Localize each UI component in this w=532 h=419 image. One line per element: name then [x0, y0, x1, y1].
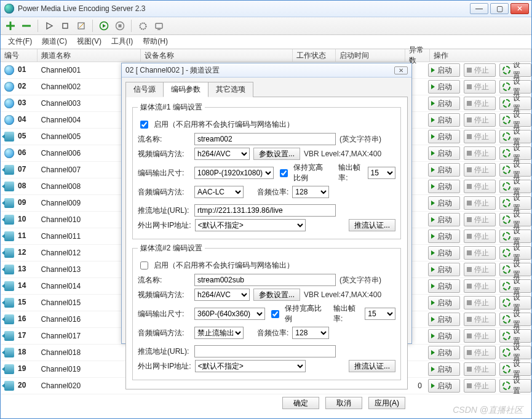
row-config-button[interactable]: 设置 — [499, 130, 531, 143]
stream1-acodec-select[interactable]: AAC-LC — [194, 186, 244, 198]
stream2-acodec-select[interactable]: 禁止流输出 — [194, 327, 244, 339]
row-start-button[interactable]: 启动 — [428, 180, 460, 193]
dialog-titlebar[interactable]: 02 [ Channel002 ] - 频道设置 ✕ — [122, 63, 411, 78]
start-all-button[interactable] — [98, 20, 110, 32]
row-start-button[interactable]: 启动 — [428, 196, 460, 210]
stream1-abr-select[interactable]: 128 — [292, 186, 329, 198]
col-device[interactable]: 设备名称 — [141, 49, 293, 62]
stream2-vcodec-select[interactable]: h264/AVC — [194, 289, 250, 301]
row-config-button[interactable]: 设置 — [499, 329, 531, 343]
row-stop-button[interactable]: 停止 — [464, 362, 496, 376]
row-config-button[interactable]: 设置 — [499, 296, 531, 309]
row-stop-button[interactable]: 停止 — [464, 130, 496, 143]
tab-encode[interactable]: 编码参数 — [163, 82, 208, 97]
row-start-button[interactable]: 启动 — [428, 362, 460, 376]
row-start-button[interactable]: 启动 — [428, 229, 460, 243]
row-stop-button[interactable]: 停止 — [464, 279, 496, 293]
row-stop-button[interactable]: 停止 — [464, 146, 496, 160]
row-start-button[interactable]: 启动 — [428, 246, 460, 260]
row-config-button[interactable]: 设置 — [499, 180, 531, 193]
col-name[interactable]: 频道名称 — [38, 49, 141, 62]
row-start-button[interactable]: 启动 — [428, 130, 460, 143]
stream2-push-input[interactable] — [194, 345, 336, 357]
stream1-enable-checkbox[interactable] — [140, 121, 148, 129]
stream1-size-select[interactable]: 1080P-(1920x1080) — [194, 167, 274, 179]
row-config-button[interactable]: 设置 — [499, 80, 531, 94]
col-no[interactable]: 编号 — [1, 49, 38, 62]
row-stop-button[interactable]: 停止 — [464, 379, 496, 393]
row-start-button[interactable]: 启动 — [428, 97, 460, 110]
row-start-button[interactable]: 启动 — [428, 146, 460, 160]
stream1-push-input[interactable] — [194, 204, 336, 217]
maximize-button[interactable]: ▢ — [490, 3, 509, 14]
row-config-button[interactable]: 设置 — [499, 279, 531, 293]
menu-channel[interactable]: 频道(C) — [38, 35, 71, 49]
row-start-button[interactable]: 启动 — [428, 63, 460, 77]
stream2-param-button[interactable]: 参数设置... — [253, 289, 300, 301]
row-stop-button[interactable]: 停止 — [464, 296, 496, 309]
row-start-button[interactable]: 启动 — [428, 313, 460, 326]
edit-button[interactable] — [75, 20, 87, 32]
row-start-button[interactable]: 启动 — [428, 263, 460, 276]
row-start-button[interactable]: 启动 — [428, 213, 460, 226]
stream1-nic-select[interactable]: <默认不指定> — [195, 219, 306, 231]
row-stop-button[interactable]: 停止 — [464, 80, 496, 94]
row-config-button[interactable]: 设置 — [499, 163, 531, 177]
apply-button[interactable]: 应用(A) — [368, 397, 405, 409]
row-config-button[interactable]: 设置 — [499, 63, 531, 77]
remove-channel-button[interactable] — [20, 20, 33, 32]
stream1-name-input[interactable] — [194, 133, 336, 145]
row-stop-button[interactable]: 停止 — [464, 180, 496, 193]
stream2-abr-select[interactable]: 128 — [292, 327, 329, 339]
row-start-button[interactable]: 启动 — [428, 346, 460, 359]
cancel-button[interactable]: 取消 — [325, 397, 362, 409]
row-start-button[interactable]: 启动 — [428, 379, 460, 393]
menu-help[interactable]: 帮助(H) — [139, 35, 172, 49]
stream2-name-input[interactable] — [194, 274, 336, 286]
row-stop-button[interactable]: 停止 — [464, 113, 496, 127]
row-start-button[interactable]: 启动 — [428, 279, 460, 293]
row-stop-button[interactable]: 停止 — [464, 329, 496, 343]
menu-view[interactable]: 视图(V) — [73, 35, 105, 49]
play-button[interactable] — [43, 20, 55, 32]
stream1-auth-button[interactable]: 推流认证... — [349, 219, 395, 231]
col-ops[interactable]: 操作 — [430, 49, 531, 62]
row-config-button[interactable]: 设置 — [499, 246, 531, 260]
row-config-button[interactable]: 设置 — [499, 229, 531, 243]
row-stop-button[interactable]: 停止 — [464, 63, 496, 77]
col-start[interactable]: 启动时间 — [336, 49, 405, 62]
stream2-nic-select[interactable]: <默认不指定> — [195, 360, 306, 372]
row-config-button[interactable]: 设置 — [499, 113, 531, 127]
row-stop-button[interactable]: 停止 — [464, 346, 496, 359]
row-start-button[interactable]: 启动 — [428, 80, 460, 94]
row-start-button[interactable]: 启动 — [428, 113, 460, 127]
stream1-fps-select[interactable]: 15 — [368, 167, 395, 179]
row-config-button[interactable]: 设置 — [499, 97, 531, 110]
row-config-button[interactable]: 设置 — [499, 379, 531, 393]
row-stop-button[interactable]: 停止 — [464, 163, 496, 177]
stream2-size-select[interactable]: 360P-(640x360) — [194, 308, 265, 320]
stop-button[interactable] — [59, 20, 71, 32]
row-stop-button[interactable]: 停止 — [464, 97, 496, 110]
row-config-button[interactable]: 设置 — [499, 196, 531, 210]
dialog-close-button[interactable]: ✕ — [394, 66, 408, 74]
stream1-param-button[interactable]: 参数设置... — [253, 148, 300, 160]
row-stop-button[interactable]: 停止 — [464, 246, 496, 260]
close-button[interactable]: ✕ — [510, 3, 529, 14]
row-stop-button[interactable]: 停止 — [464, 313, 496, 326]
row-config-button[interactable]: 设置 — [499, 263, 531, 276]
menu-file[interactable]: 文件(F) — [4, 35, 36, 49]
col-status[interactable]: 工作状态 — [293, 49, 336, 62]
col-errors[interactable]: 异常数 — [405, 49, 430, 62]
ok-button[interactable]: 确定 — [282, 397, 319, 409]
tab-source[interactable]: 信号源 — [125, 82, 164, 97]
add-channel-button[interactable] — [4, 20, 17, 32]
tab-other[interactable]: 其它选项 — [208, 82, 253, 97]
stream2-fps-select[interactable]: 15 — [365, 308, 395, 320]
stream2-auth-button[interactable]: 推流认证... — [349, 360, 395, 372]
stop-all-button[interactable] — [114, 20, 126, 32]
row-config-button[interactable]: 设置 — [499, 146, 531, 160]
row-stop-button[interactable]: 停止 — [464, 213, 496, 226]
stream2-keepar-checkbox[interactable] — [271, 310, 279, 318]
row-config-button[interactable]: 设置 — [499, 346, 531, 359]
